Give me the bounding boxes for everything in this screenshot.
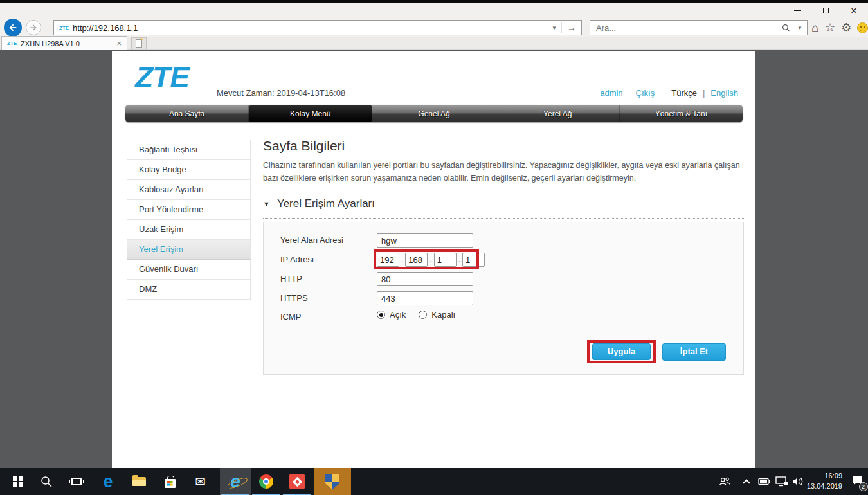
label-https: HTTPS — [280, 291, 308, 305]
ip-dot: . — [401, 255, 403, 264]
taskbar-red-diamond-app-button[interactable] — [282, 468, 312, 495]
edge-icon: e — [103, 473, 113, 491]
file-explorer-icon — [132, 477, 146, 486]
sidebar-item-yerel-erisim[interactable]: Yerel Erişim — [127, 240, 251, 260]
browser-action-icons: ⌂ ☆ ⚙ — [811, 18, 868, 37]
action-center-icon: 2 — [851, 475, 863, 489]
sidebar-item-kablosuz-ayarlari[interactable]: Kablosuz Ayarları — [127, 180, 251, 200]
search-input[interactable] — [590, 23, 781, 33]
nav-tab-yerel-ag[interactable]: Yerel Ağ — [496, 105, 620, 122]
ip-octet-3-input[interactable] — [434, 253, 457, 267]
sidebar-item-baglanti-teshisi[interactable]: Bağlantı Teşhisi — [127, 140, 251, 160]
icmp-acik-radio[interactable] — [377, 310, 385, 319]
tray-clock[interactable]: 16:09 13.04.2019 — [804, 468, 842, 495]
taskbar-internet-explorer-button[interactable]: e — [220, 468, 251, 495]
back-button[interactable] — [4, 19, 22, 37]
taskbar-search-button[interactable] — [36, 468, 57, 495]
go-arrow-icon[interactable]: → — [561, 22, 581, 33]
close-icon: × — [851, 5, 857, 16]
favorites-star-icon[interactable]: ☆ — [825, 21, 835, 34]
minimize-icon — [794, 10, 801, 11]
page-title: Sayfa Bilgileri — [263, 138, 345, 154]
search-box[interactable]: ▼ — [590, 20, 808, 35]
address-dropdown-caret-icon[interactable]: ▼ — [547, 25, 561, 31]
tab-close-icon[interactable]: × — [111, 39, 127, 48]
search-icon[interactable] — [781, 23, 791, 33]
taskbar-chrome-button[interactable] — [251, 468, 282, 495]
notification-badge: 2 — [859, 482, 868, 491]
red-diamond-app-icon — [289, 474, 305, 489]
new-tab-page-icon: ✶ — [136, 39, 142, 48]
forward-button[interactable] — [26, 20, 41, 35]
sidebar-item-guvenlik-duvari[interactable]: Güvenlik Duvarı — [127, 260, 251, 280]
settings-gear-icon[interactable]: ⚙ — [841, 21, 851, 34]
new-tab-button[interactable]: ✶ — [131, 37, 147, 50]
nav-tab-yonetim-tani[interactable]: Yönetim & Tanı — [620, 105, 743, 122]
restore-icon — [823, 8, 829, 14]
page-viewport: ZTE Mevcut Zaman: 2019-04-13T16:08 admin… — [0, 51, 868, 468]
http-port-input[interactable] — [377, 272, 473, 286]
yerel-alan-adresi-input[interactable] — [377, 233, 473, 248]
nav-tab-ana-sayfa[interactable]: Ana Sayfa — [125, 105, 249, 122]
zte-logo: ZTE — [135, 60, 189, 94]
task-view-icon — [71, 478, 82, 485]
taskbar-security-shield-app-button[interactable] — [314, 468, 351, 495]
restore-button[interactable] — [811, 3, 840, 18]
icmp-acik-label[interactable]: Açık — [390, 310, 406, 320]
page-description: Cihazınız tarafından kullanılan yerel po… — [263, 159, 746, 185]
tab-zxhn-h298a[interactable]: ZTE ZXHN H298A V1.0 × — [1, 36, 127, 50]
settings-form-panel: Yerel Alan Adresi IP Adresi . . . HTTP H… — [263, 222, 744, 375]
tab-favicon: ZTE — [2, 40, 21, 46]
start-button[interactable] — [8, 468, 28, 495]
tray-battery-button[interactable] — [756, 468, 773, 495]
apply-button[interactable]: Uygula — [592, 343, 651, 360]
action-center-button[interactable]: 2 — [849, 468, 865, 495]
taskbar-store-button[interactable] — [158, 468, 181, 495]
https-port-input[interactable] — [377, 291, 473, 305]
screen: × ZTE ▼ → ▼ ⌂ ☆ ⚙ ZTE ZXHN H29 — [0, 0, 868, 495]
browser-toolbar: ZTE ▼ → ▼ ⌂ ☆ ⚙ — [0, 18, 868, 37]
tray-network-button[interactable] — [773, 468, 791, 495]
chrome-icon — [259, 474, 273, 489]
icmp-kapali-radio[interactable] — [419, 310, 427, 319]
url-input[interactable] — [73, 23, 547, 33]
browser-titlebar: × — [0, 3, 868, 18]
close-button[interactable]: × — [840, 3, 868, 18]
section-header-yerel-erisim-ayarlari[interactable]: ▼ Yerel Erişim Ayarları — [263, 197, 375, 210]
ip-octet-2-input[interactable] — [405, 253, 428, 267]
address-bar[interactable]: ZTE ▼ → — [53, 20, 582, 35]
language-separator: | — [703, 88, 705, 98]
current-time-label: Mevcut Zaman: 2019-04-13T16:08 — [217, 88, 345, 98]
feedback-smiley-icon[interactable] — [857, 22, 868, 33]
icmp-kapali-label[interactable]: Kapalı — [431, 310, 455, 320]
search-dropdown-caret-icon[interactable]: ▼ — [793, 25, 807, 31]
taskbar-mail-button[interactable]: ✉ — [189, 468, 212, 495]
tray-people-button[interactable] — [715, 468, 734, 495]
ip-octet-4-input[interactable] — [462, 253, 485, 267]
nav-tab-kolay-menu[interactable]: Kolay Menü — [249, 105, 372, 122]
language-turkish[interactable]: Türkçe — [671, 88, 697, 98]
collapse-triangle-icon: ▼ — [263, 200, 270, 208]
section-title: Yerel Erişim Ayarları — [277, 197, 375, 210]
task-view-button[interactable] — [66, 468, 87, 495]
ip-octet-1-input[interactable] — [377, 253, 399, 267]
sidebar-item-uzak-erisim[interactable]: Uzak Erişim — [127, 220, 251, 240]
sidebar-item-dmz[interactable]: DMZ — [127, 280, 251, 300]
language-english-link[interactable]: English — [710, 88, 738, 98]
taskbar-file-explorer-button[interactable] — [127, 468, 150, 495]
minimize-button[interactable] — [783, 3, 811, 18]
header-links: admin Çıkış Türkçe | English — [600, 88, 738, 98]
back-arrow-icon — [8, 22, 18, 33]
sidebar-item-kolay-bridge[interactable]: Kolay Bridge — [127, 160, 251, 180]
taskbar-edge-button[interactable]: e — [96, 468, 120, 495]
nav-tab-genel-ag[interactable]: Genel Ağ — [372, 105, 496, 122]
home-icon[interactable]: ⌂ — [811, 21, 819, 34]
label-ip-adresi: IP Adresi — [280, 253, 314, 267]
router-admin-page: ZTE Mevcut Zaman: 2019-04-13T16:08 admin… — [112, 51, 755, 468]
logout-link[interactable]: Çıkış — [636, 88, 655, 98]
tray-show-hidden-icons-button[interactable] — [739, 468, 754, 495]
people-icon — [718, 476, 731, 487]
cancel-button[interactable]: İptal Et — [662, 343, 726, 361]
sidebar-item-port-yonlendirme[interactable]: Port Yönlendirme — [127, 200, 251, 220]
speaker-icon — [792, 476, 804, 487]
